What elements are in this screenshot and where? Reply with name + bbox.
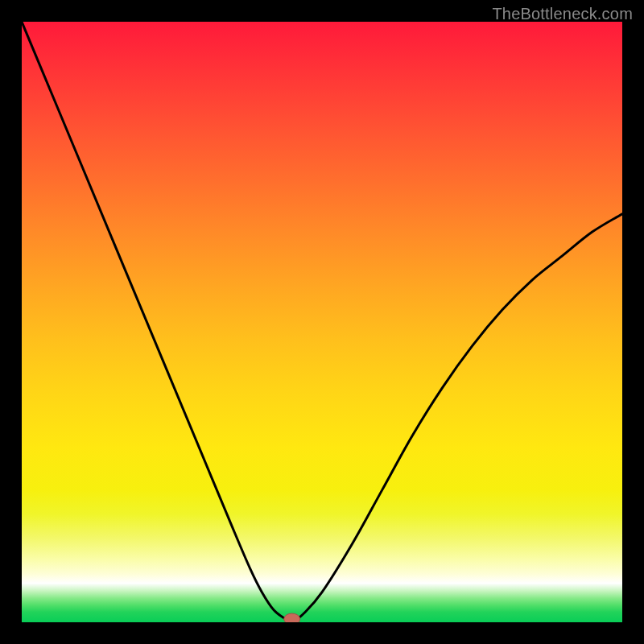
watermark: TheBottleneck.com: [492, 5, 633, 23]
bottleneck-curve: [22, 22, 622, 622]
bottleneck-curve-svg: [22, 22, 622, 622]
vertex-marker: [284, 613, 300, 622]
chart-container: TheBottleneck.com: [0, 0, 644, 644]
